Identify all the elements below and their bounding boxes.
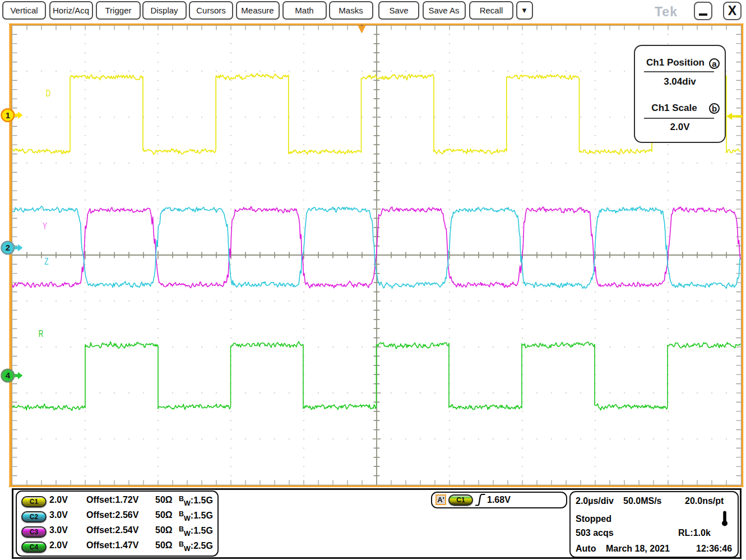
svg-text:2: 2	[6, 243, 10, 252]
svg-text:1: 1	[6, 110, 10, 120]
svg-text:D: D	[46, 88, 51, 98]
svg-text:R: R	[39, 328, 44, 339]
svg-text:4: 4	[6, 371, 11, 380]
svg-text:Y: Y	[43, 221, 47, 231]
svg-text:Z: Z	[44, 256, 48, 266]
